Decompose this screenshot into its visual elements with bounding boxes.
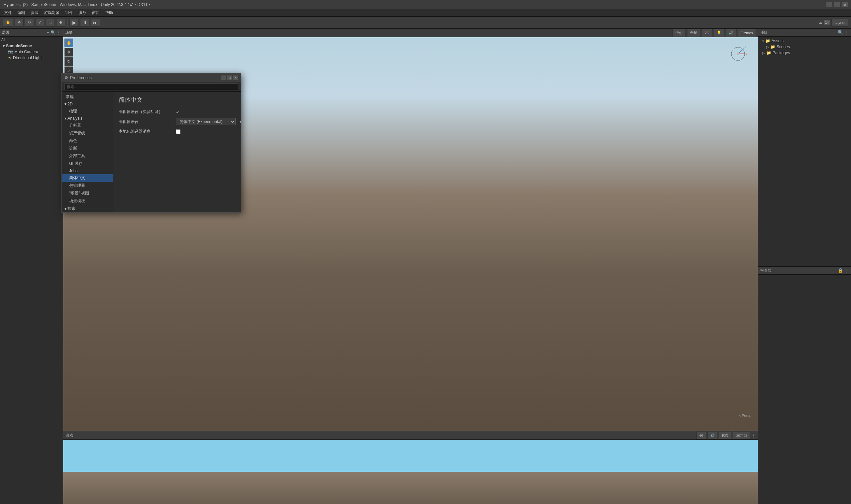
pref-nav-colors[interactable]: 颜色 bbox=[62, 137, 113, 145]
dialog-close-btn[interactable]: ✕ bbox=[233, 75, 238, 80]
pref-nav-scene-view[interactable]: "场景" 视图 bbox=[62, 190, 113, 197]
menu-component[interactable]: 组件 bbox=[62, 9, 76, 16]
pref-nav-2d-arrow: ▾ bbox=[65, 102, 67, 106]
hierarchy-filter-all[interactable]: All bbox=[1, 38, 5, 41]
game-audio-btn[interactable]: 🔊 bbox=[707, 432, 717, 439]
inspector-more-btn[interactable]: ⋮ bbox=[845, 268, 849, 273]
menu-gameobject[interactable]: 游戏对象 bbox=[41, 9, 62, 16]
light-icon: ☀ bbox=[8, 55, 12, 60]
pref-nav-asset-pipeline[interactable]: 资产管线 bbox=[62, 129, 113, 137]
inspector-lock-btn[interactable]: 🔒 bbox=[838, 268, 843, 273]
pref-nav-analysis-section[interactable]: ▾ Analysis bbox=[62, 115, 113, 122]
pref-nav-diagnostics[interactable]: 诊断 bbox=[62, 145, 113, 152]
svg-text:z: z bbox=[745, 46, 746, 49]
scene-lights-btn[interactable]: 💡 bbox=[714, 29, 724, 37]
scene-audio-btn[interactable]: 🔊 bbox=[726, 29, 736, 37]
game-gizmos-btn[interactable]: Gizmos bbox=[733, 432, 750, 439]
project-more-btn[interactable]: ⋮ bbox=[845, 30, 849, 35]
menu-assets[interactable]: 资源 bbox=[28, 9, 41, 16]
inspector-header-actions: 🔒 ⋮ bbox=[838, 268, 849, 273]
pref-nav-profiler[interactable]: 分析器 bbox=[62, 122, 113, 129]
project-scenes-folder[interactable]: ▷ 📁 Scenes bbox=[760, 44, 850, 50]
pref-nav-external-tools[interactable]: 外部工具 bbox=[62, 152, 113, 160]
scene-expand-icon: ▾ bbox=[3, 43, 5, 48]
window-title: My project (2) - SampleScene - Windows, … bbox=[3, 2, 150, 7]
toolbar-transform-rect[interactable]: ▭ bbox=[46, 19, 55, 26]
game-tab[interactable]: 游戏 bbox=[66, 433, 73, 438]
tool-rotate[interactable]: ↻ bbox=[65, 57, 73, 66]
game-more-btn[interactable]: ⋮ bbox=[751, 433, 755, 438]
menu-edit[interactable]: 编辑 bbox=[15, 9, 28, 16]
hierarchy-header-actions: + 🔍 ⋮ bbox=[47, 30, 61, 35]
title-bar: My project (2) - SampleScene - Windows, … bbox=[0, 0, 851, 9]
packages-folder-icon: 📁 bbox=[766, 51, 771, 55]
step-button[interactable]: ⏭ bbox=[91, 19, 100, 26]
hierarchy-add-button[interactable]: + bbox=[47, 30, 49, 35]
preferences-search-input[interactable] bbox=[65, 84, 238, 90]
pref-dropdown-editor-lang[interactable]: 简体中文 (Experimental) English 日本語 한국어 bbox=[176, 118, 236, 125]
preferences-nav: 常规 ▾ 2D 物理 ▾ Analysis 分析器 资产管线 颜色 诊断 外部工… bbox=[62, 92, 113, 213]
hierarchy-item-light[interactable]: ☀ Directional Light bbox=[1, 55, 61, 61]
dialog-more-btn[interactable]: ⋮ bbox=[221, 75, 226, 80]
title-bar-left: My project (2) - SampleScene - Windows, … bbox=[3, 2, 150, 7]
pref-nav-simplified-chinese[interactable]: 简体中文 bbox=[62, 174, 113, 182]
scene-gizmos-btn[interactable]: Gizmos bbox=[738, 29, 756, 37]
hierarchy-item-camera[interactable]: 📷 Main Camera bbox=[1, 49, 61, 55]
hierarchy-scene-name: SampleScene bbox=[6, 43, 32, 48]
project-search-btn[interactable]: 🔍 bbox=[838, 30, 843, 35]
play-button[interactable]: ▶ bbox=[70, 19, 79, 26]
scenes-arrow: ▷ bbox=[766, 45, 769, 49]
toolbar-transform-all[interactable]: ⊕ bbox=[56, 19, 65, 26]
pref-label-localize-msgs: 本地化编译器消息 bbox=[119, 129, 172, 134]
project-assets-folder[interactable]: ▾ 📁 Assets bbox=[760, 38, 850, 44]
hierarchy-search-button[interactable]: 🔍 bbox=[51, 30, 55, 35]
menu-services[interactable]: 服务 bbox=[76, 9, 89, 16]
toolbar-transform-scale[interactable]: ⤢ bbox=[35, 19, 44, 26]
pref-content-title: 简体中文 bbox=[119, 96, 235, 104]
scenes-label: Scenes bbox=[777, 44, 790, 49]
layout-dropdown[interactable]: Layout bbox=[831, 19, 848, 26]
toolbar-transform-move[interactable]: ✥ bbox=[15, 19, 24, 26]
title-bar-controls[interactable]: ─ □ ✕ bbox=[827, 2, 848, 7]
svg-point-6 bbox=[737, 53, 739, 55]
hierarchy-more-button[interactable]: ⋮ bbox=[57, 30, 61, 35]
inspector-panel: 检查器 🔒 ⋮ bbox=[758, 267, 851, 504]
pause-button[interactable]: ⏸ bbox=[80, 19, 89, 26]
game-stats-btn[interactable]: 状态 bbox=[719, 432, 731, 439]
project-packages-folder[interactable]: ▷ 📁 Packages bbox=[760, 50, 850, 56]
toolbar-transform-hand[interactable]: ✋ bbox=[3, 19, 13, 26]
hierarchy-scene-root[interactable]: ▾ SampleScene bbox=[1, 43, 61, 49]
pref-nav-physics[interactable]: 物理 bbox=[62, 107, 113, 115]
tool-move[interactable]: ✥ bbox=[65, 48, 73, 56]
pref-nav-general[interactable]: 常规 bbox=[62, 93, 113, 101]
pref-nav-scene-template[interactable]: 场景模板 bbox=[62, 197, 113, 205]
svg-text:x: x bbox=[746, 53, 748, 56]
scene-2d-btn[interactable]: 2D bbox=[702, 29, 712, 37]
pref-nav-jobs[interactable]: Jobs bbox=[62, 167, 113, 174]
maximize-button[interactable]: □ bbox=[834, 2, 840, 7]
menu-file[interactable]: 文件 bbox=[1, 9, 15, 16]
menu-window[interactable]: 窗口 bbox=[89, 9, 103, 16]
project-content: ▾ 📁 Assets ▷ 📁 Scenes ▷ 📁 Packages bbox=[758, 37, 851, 57]
pref-nav-package-manager[interactable]: 包管理器 bbox=[62, 182, 113, 190]
pref-nav-gi-cache[interactable]: GI 缓存 bbox=[62, 160, 113, 167]
pref-check-editor-lang-exp[interactable]: ✓ bbox=[176, 109, 180, 115]
pref-nav-2d-section[interactable]: ▾ 2D bbox=[62, 101, 113, 107]
menu-bar: 文件 编辑 资源 游戏对象 组件 服务 窗口 帮助 bbox=[0, 9, 851, 17]
hierarchy-header-left: 层级 bbox=[2, 30, 9, 35]
pref-nav-search-section[interactable]: ▾ 搜索 bbox=[62, 205, 113, 213]
pref-check-localize-msgs[interactable] bbox=[176, 129, 181, 134]
menu-help[interactable]: 帮助 bbox=[103, 9, 116, 16]
tool-hand[interactable]: ✋ bbox=[65, 39, 73, 47]
dialog-controls[interactable]: ⋮ □ ✕ bbox=[221, 75, 238, 80]
project-header-actions: 🔍 ⋮ bbox=[838, 30, 849, 35]
minimize-button[interactable]: ─ bbox=[827, 2, 832, 7]
scene-tab[interactable]: 场景 bbox=[65, 30, 72, 35]
scene-center-btn[interactable]: 中心 bbox=[672, 29, 686, 37]
scene-toolbar-right: 中心 全局 2D 💡 🔊 Gizmos bbox=[672, 29, 756, 37]
dialog-restore-btn[interactable]: □ bbox=[228, 75, 232, 80]
toolbar-transform-rotate[interactable]: ↻ bbox=[25, 19, 34, 26]
close-button[interactable]: ✕ bbox=[843, 2, 848, 7]
scene-global-btn[interactable]: 全局 bbox=[687, 29, 701, 37]
game-display-btn[interactable]: ed bbox=[696, 432, 706, 439]
